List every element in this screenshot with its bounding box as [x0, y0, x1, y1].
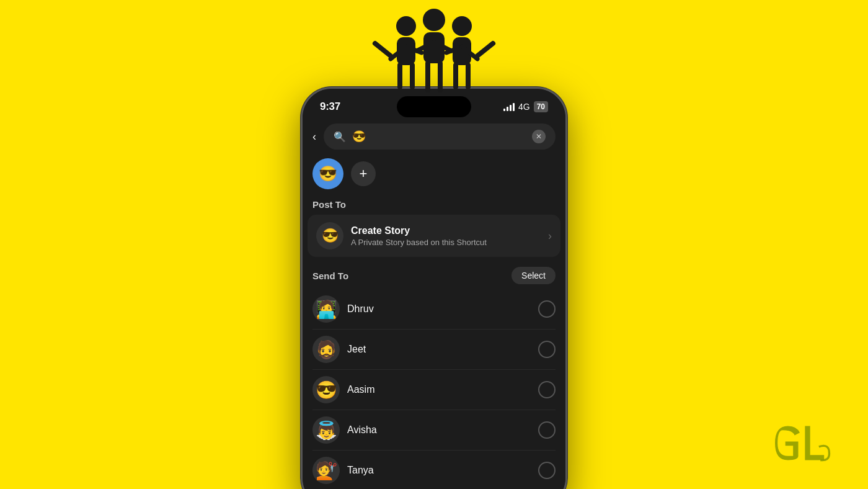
avatar-dhruv: 🧑‍💻: [312, 295, 340, 323]
contact-row-avisha[interactable]: 👼 Avisha: [303, 410, 565, 450]
create-story-title: Create Story: [351, 225, 541, 236]
avatar-tanya: 💇: [312, 457, 340, 484]
svg-line-1: [477, 43, 493, 56]
contacts-list: 🧑‍💻 Dhruv 🧔 Jeet 😎 Aasim 👼 Avisha: [303, 289, 565, 489]
contact-row-jeet[interactable]: 🧔 Jeet: [303, 330, 565, 369]
contact-name-tanya: Tanya: [347, 465, 531, 476]
phone-frame: 9:37 4G 70: [301, 87, 567, 489]
search-icon: 🔍: [334, 131, 346, 143]
radio-tanya[interactable]: [538, 462, 556, 479]
post-to-label: Post To: [303, 197, 565, 215]
network-type: 4G: [518, 102, 530, 112]
avatar-jeet: 🧔: [312, 336, 340, 363]
back-chevron-icon[interactable]: ‹: [312, 130, 316, 143]
dynamic-island: [397, 96, 471, 117]
contact-row-aasim[interactable]: 😎 Aasim: [303, 370, 565, 410]
friends-icon: [372, 0, 496, 99]
contact-name-avisha: Avisha: [347, 424, 531, 436]
status-time: 9:37: [320, 101, 340, 113]
add-shortcut-button[interactable]: +: [351, 161, 376, 186]
radio-aasim[interactable]: [538, 381, 556, 398]
svg-point-8: [452, 16, 472, 36]
radio-avisha[interactable]: [538, 421, 556, 439]
signal-bars: [503, 102, 515, 111]
create-story-avatar: 😎: [316, 222, 343, 249]
search-row: ‹ 🔍 😎 ✕: [312, 123, 556, 150]
gl-watermark: [775, 418, 837, 470]
avatar-avisha: 👼: [312, 416, 340, 444]
select-button[interactable]: Select: [512, 267, 556, 284]
radio-jeet[interactable]: [538, 341, 556, 358]
create-story-row[interactable]: 😎 Create Story A Private Story based on …: [308, 215, 560, 257]
contact-row-dhruv[interactable]: 🧑‍💻 Dhruv: [303, 289, 565, 329]
svg-point-14: [423, 9, 445, 31]
svg-point-2: [396, 16, 416, 36]
chevron-right-icon: ›: [548, 230, 552, 243]
search-emoji: 😎: [352, 130, 366, 143]
avatar-aasim: 😎: [312, 376, 340, 403]
svg-line-0: [375, 43, 391, 56]
battery-indicator: 70: [534, 101, 548, 112]
send-to-header: Send To Select: [303, 259, 565, 289]
shortcut-row: 😎 +: [303, 156, 565, 197]
contact-name-dhruv: Dhruv: [347, 303, 531, 315]
status-right: 4G 70: [503, 101, 548, 112]
contact-name-jeet: Jeet: [347, 344, 531, 355]
create-story-subtitle: A Private Story based on this Shortcut: [351, 238, 541, 247]
contact-row-tanya[interactable]: 💇 Tanya: [303, 451, 565, 489]
shortcut-avatar[interactable]: 😎: [312, 158, 343, 189]
send-to-label: Send To: [312, 271, 348, 281]
search-bar[interactable]: 🔍 😎 ✕: [324, 123, 556, 150]
radio-dhruv[interactable]: [538, 300, 556, 318]
contact-name-aasim: Aasim: [347, 384, 531, 395]
clear-search-button[interactable]: ✕: [532, 130, 546, 143]
create-story-text: Create Story A Private Story based on th…: [351, 225, 541, 247]
